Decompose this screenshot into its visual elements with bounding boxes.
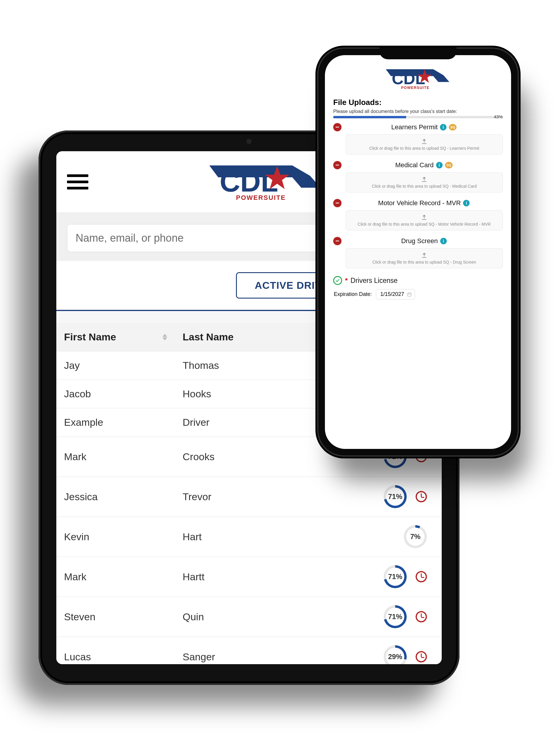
- cell-last-name: Quin: [175, 597, 305, 637]
- clock-icon: [416, 491, 427, 502]
- progress-ring: 7%: [404, 525, 427, 548]
- progress-ring: 71%: [384, 605, 407, 628]
- sq-badge: SQ: [445, 162, 453, 168]
- progress-ring: 71%: [384, 485, 407, 508]
- upload-item: − Learners Permit i SQ Click or drag fil…: [333, 123, 503, 154]
- check-circle-icon: [333, 276, 342, 285]
- cell-first-name: Lucas: [56, 637, 175, 664]
- svg-text:POWERSUITE: POWERSUITE: [236, 194, 286, 201]
- cell-progress: 71%: [305, 477, 442, 517]
- upload-progress-percent: 43%: [494, 114, 503, 119]
- upload-item: − Medical Card i SQ Click or drag file t…: [333, 161, 503, 193]
- upload-item-label: Medical Card i SQ: [345, 161, 503, 169]
- cell-first-name: Jacob: [56, 380, 175, 408]
- cell-first-name: Example: [56, 408, 175, 436]
- cell-progress: 71%: [305, 557, 442, 597]
- cell-last-name: Sanger: [175, 637, 305, 664]
- col-last-name[interactable]: Last Name: [175, 323, 305, 351]
- clock-icon: [416, 651, 427, 662]
- drivers-license-row: * Drivers License: [333, 276, 503, 285]
- expiration-date-field[interactable]: 1/15/2027: [376, 289, 415, 299]
- svg-text:CDL: CDL: [220, 166, 278, 198]
- sq-badge: SQ: [449, 124, 456, 131]
- col-first-name-label: First Name: [64, 331, 116, 343]
- upload-icon: [421, 252, 428, 259]
- cell-first-name: Steven: [56, 597, 175, 637]
- info-icon[interactable]: i: [436, 162, 443, 168]
- menu-icon[interactable]: [67, 174, 88, 190]
- info-icon[interactable]: i: [440, 124, 446, 131]
- cell-last-name: Trevor: [175, 477, 305, 517]
- cell-last-name: Hart: [175, 517, 305, 556]
- upload-item-label: Motor Vehicle Record - MVR i: [345, 199, 503, 207]
- table-row[interactable]: StevenQuin71%: [56, 597, 442, 637]
- cell-first-name: Mark: [56, 437, 175, 477]
- minus-circle-icon[interactable]: −: [333, 199, 342, 207]
- cell-last-name: Crooks: [175, 437, 305, 477]
- cell-last-name: Thomas: [175, 351, 305, 379]
- clock-icon: [416, 611, 427, 622]
- cell-first-name: Jessica: [56, 477, 175, 517]
- table-row[interactable]: JessicaTrevor71%: [56, 477, 442, 517]
- clock-icon: [416, 571, 427, 582]
- col-first-name[interactable]: First Name: [56, 323, 175, 351]
- cell-progress: 71%: [305, 597, 442, 637]
- expiration-label: Expiration Date:: [334, 291, 372, 297]
- progress-ring: 71%: [384, 565, 407, 588]
- minus-circle-icon[interactable]: −: [333, 161, 342, 169]
- upload-progress: 43%: [333, 116, 503, 118]
- col-last-name-label: Last Name: [183, 331, 234, 343]
- expiration-row: Expiration Date: 1/15/2027: [333, 289, 503, 299]
- upload-icon: [421, 138, 428, 145]
- upload-item: − Motor Vehicle Record - MVR i Click or …: [333, 199, 503, 230]
- phone-device: CDL POWERSUITE File Uploads: Please uplo…: [317, 48, 519, 457]
- upload-dropzone[interactable]: Click or drag file to this area to uploa…: [346, 210, 503, 230]
- cell-first-name: Kevin: [56, 517, 175, 556]
- drivers-license-label: Drivers License: [351, 277, 398, 285]
- table-row[interactable]: KevinHart7%: [56, 517, 442, 557]
- tablet-camera: [246, 139, 252, 144]
- cell-first-name: Mark: [56, 557, 175, 597]
- cell-last-name: Driver: [175, 408, 305, 436]
- file-uploads-title: File Uploads:: [333, 98, 503, 107]
- required-marker: *: [345, 277, 348, 284]
- cell-progress: 29%: [305, 637, 442, 664]
- minus-circle-icon[interactable]: −: [333, 237, 342, 245]
- calendar-icon: [407, 292, 412, 297]
- progress-ring: 29%: [384, 645, 407, 664]
- info-icon[interactable]: i: [440, 238, 447, 244]
- svg-text:POWERSUITE: POWERSUITE: [401, 86, 430, 90]
- sort-icon: [163, 334, 167, 340]
- table-row[interactable]: LucasSanger29%: [56, 637, 442, 664]
- upload-item-label: Drug Screen i: [345, 237, 503, 245]
- cell-first-name: Jay: [56, 351, 175, 379]
- upload-item: − Drug Screen i Click or drag file to th…: [333, 237, 503, 268]
- cell-last-name: Hooks: [175, 380, 305, 408]
- cell-last-name: Hartt: [175, 557, 305, 597]
- upload-icon: [421, 214, 428, 221]
- phone-screen: CDL POWERSUITE File Uploads: Please uplo…: [325, 55, 511, 449]
- minus-circle-icon[interactable]: −: [333, 123, 342, 131]
- svg-rect-8: [408, 293, 411, 296]
- cell-progress: 7%: [305, 517, 442, 556]
- upload-dropzone[interactable]: Click or drag file to this area to uploa…: [346, 134, 503, 154]
- phone-notch: [380, 48, 456, 59]
- file-uploads-instruction: Please upload all documents before your …: [333, 109, 503, 114]
- info-icon[interactable]: i: [463, 200, 470, 206]
- brand-logo: CDL POWERSUITE: [333, 65, 503, 92]
- table-row[interactable]: MarkHartt71%: [56, 557, 442, 597]
- upload-dropzone[interactable]: Click or drag file to this area to uploa…: [346, 248, 503, 268]
- upload-item-label: Learners Permit i SQ: [345, 123, 503, 131]
- upload-dropzone[interactable]: Click or drag file to this area to uploa…: [346, 172, 503, 193]
- expiration-date-value: 1/15/2027: [380, 291, 404, 297]
- upload-icon: [421, 176, 428, 183]
- svg-text:CDL: CDL: [392, 69, 425, 88]
